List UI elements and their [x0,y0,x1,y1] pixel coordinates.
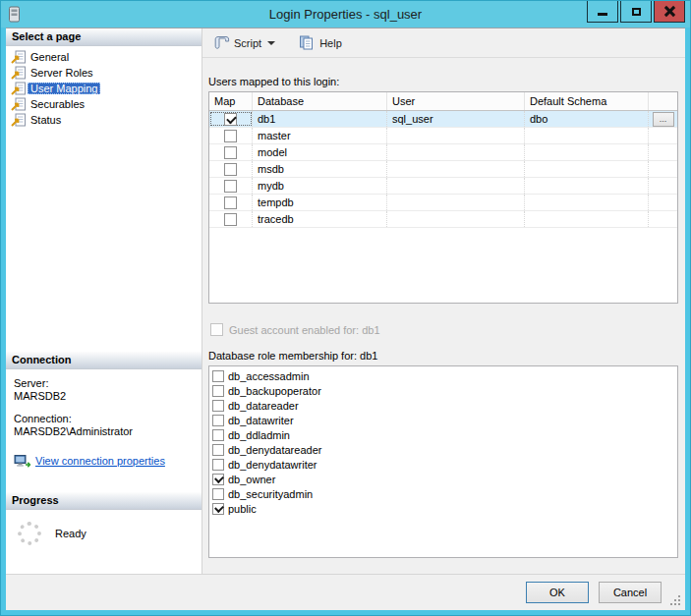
browse-cell [649,211,677,227]
default-schema-cell[interactable] [525,161,649,177]
column-header-user[interactable]: User [387,92,525,110]
role-item[interactable]: db_ddladmin [212,427,677,442]
user-cell[interactable] [387,178,525,194]
default-schema-cell[interactable] [525,178,649,194]
role-checkbox[interactable] [212,400,224,412]
dialog-client-area: Select a page [6,28,685,610]
user-cell[interactable] [387,161,525,177]
progress-spinner-icon [18,522,41,545]
sidebar-page-item[interactable]: General [10,49,202,65]
table-row[interactable]: db1 sql_user dbo ... [209,111,677,128]
database-cell[interactable]: model [253,144,387,160]
chevron-down-icon [267,41,275,45]
sidebar-page-item[interactable]: User Mapping [10,81,202,96]
column-header-default-schema[interactable]: Default Schema [525,92,649,110]
map-checkbox[interactable] [224,130,237,142]
role-item[interactable]: public [212,501,677,516]
ok-button[interactable]: OK [526,582,589,603]
help-button[interactable]: Help [294,31,347,55]
users-mapped-table: Map Database User Default Schema [208,91,678,304]
role-checkbox[interactable] [212,429,224,441]
minimize-button[interactable] [587,1,618,23]
login-properties-window: Login Properties - sql_user Select a pag… [0,0,691,616]
default-schema-cell[interactable] [525,195,649,210]
page-item-label: General [28,51,72,63]
view-connection-properties-icon [14,454,31,469]
default-schema-cell[interactable] [525,211,649,227]
role-item[interactable]: db_accessadmin [212,368,677,383]
role-item[interactable]: db_datawriter [212,413,677,427]
role-item[interactable]: db_denydatareader [212,442,677,457]
role-checkbox[interactable] [212,488,224,500]
default-schema-cell[interactable] [525,128,649,143]
role-checkbox[interactable] [212,385,224,397]
sidebar-page-item[interactable]: Status [10,112,202,128]
browse-schema-button[interactable]: ... [653,112,674,127]
user-cell[interactable] [387,211,525,227]
table-row[interactable]: tempdb [209,195,677,211]
map-checkbox[interactable] [224,163,237,176]
database-cell[interactable]: msdb [253,161,387,177]
role-item[interactable]: db_denydatawriter [212,457,677,472]
view-connection-properties-link[interactable]: View connection properties [35,455,165,468]
database-cell[interactable]: tracedb [253,211,387,227]
sidebar-spacer [6,128,202,352]
role-item[interactable]: db_securityadmin [212,486,677,501]
close-x-icon [664,6,675,17]
database-cell[interactable]: master [253,128,387,143]
browse-cell [649,178,677,194]
map-checkbox[interactable] [224,180,237,193]
role-checkbox[interactable] [212,503,224,515]
page-item-label: User Mapping [28,83,100,94]
user-cell[interactable] [387,144,525,160]
role-checkbox[interactable] [212,415,224,426]
connection-value: MARSDB2\Administrator [14,425,196,438]
default-schema-cell[interactable] [525,144,649,160]
role-name: db_denydatawriter [228,459,317,471]
role-item[interactable]: db_datareader [212,398,677,413]
cancel-button[interactable]: Cancel [599,582,662,603]
map-cell [209,144,253,160]
role-checkbox[interactable] [212,459,224,471]
role-item[interactable]: db_backupoperator [212,383,677,398]
user-cell[interactable] [387,128,525,143]
column-header-database[interactable]: Database [253,92,387,110]
progress-status-block: Ready [6,510,202,545]
table-row[interactable]: model [209,144,677,161]
role-checkbox[interactable] [212,474,224,485]
resize-grip[interactable] [670,595,682,607]
role-checkbox[interactable] [212,370,224,382]
map-checkbox[interactable] [224,196,237,209]
page-icon [10,82,28,95]
user-mapping-content: Users mapped to this login: Map Database… [202,58,685,574]
table-body: db1 sql_user dbo ... [209,111,677,228]
role-item[interactable]: db_owner [212,472,677,486]
sidebar-page-item[interactable]: Securables [10,96,202,112]
user-cell[interactable]: sql_user [387,111,525,127]
map-checkbox[interactable] [224,146,237,159]
table-row[interactable]: msdb [209,161,677,178]
user-cell[interactable] [387,195,525,210]
page-icon [10,66,28,80]
map-checkbox[interactable] [224,113,237,126]
connection-info: Server: MARSDB2 Connection: MARSDB2\Admi… [6,369,202,469]
table-row[interactable]: mydb [209,178,677,195]
database-cell[interactable]: tempdb [253,195,387,210]
role-checkbox[interactable] [212,444,224,456]
maximize-button[interactable] [620,1,652,23]
map-cell [209,128,253,143]
server-label: Server: [14,377,196,390]
database-cell[interactable]: mydb [253,178,387,194]
table-row[interactable]: master [209,128,677,144]
help-icon [299,35,316,50]
script-button[interactable]: Script [208,31,280,55]
column-header-map[interactable]: Map [209,92,253,110]
default-schema-cell[interactable]: dbo [525,111,649,127]
database-cell[interactable]: db1 [253,111,387,127]
close-button[interactable] [654,1,685,23]
table-row[interactable]: tracedb [209,211,677,228]
map-checkbox[interactable] [224,213,237,226]
server-icon [8,6,21,23]
sidebar-page-item[interactable]: Server Roles [10,65,202,81]
titlebar[interactable]: Login Properties - sql_user [1,1,690,28]
